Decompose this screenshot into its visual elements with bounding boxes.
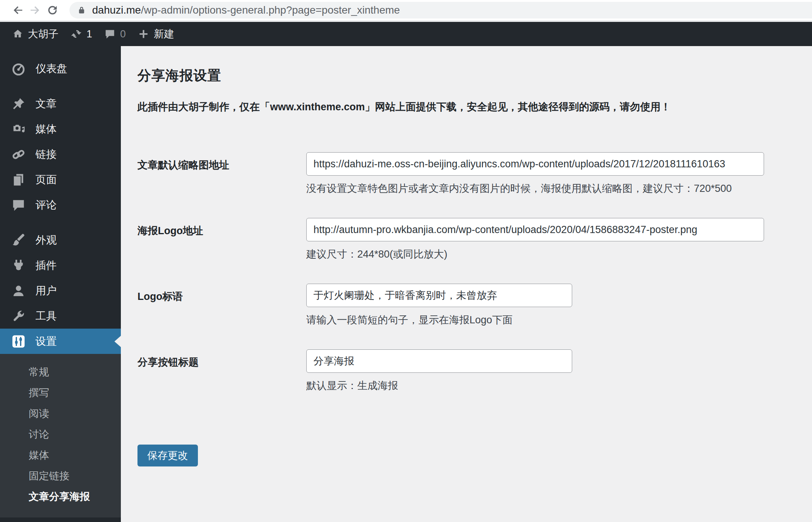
sidebar-item-label: 外观 (36, 233, 57, 247)
field-label: 海报Logo地址 (137, 218, 306, 261)
sidebar-item-posts[interactable]: 文章 (0, 91, 121, 116)
comment-icon (11, 198, 26, 212)
plugin-notice: 此插件由大胡子制作，仅在「www.xintheme.com」网站上面提供下载，安… (137, 100, 797, 114)
sidebar-item-label: 设置 (36, 334, 57, 349)
forward-button[interactable] (26, 2, 44, 19)
sidebar-item-label: 插件 (36, 258, 57, 273)
sidebar-item-dashboard[interactable]: 仪表盘 (0, 56, 121, 81)
submenu-item-media[interactable]: 媒体 (0, 445, 121, 465)
sidebar-item-label: 文章 (36, 97, 57, 111)
posts-pin-icon (11, 97, 26, 111)
submenu-item-writing[interactable]: 撰写 (0, 382, 121, 403)
settings-submenu: 常规 撰写 阅读 讨论 媒体 固定链接 文章分享海报 (0, 354, 121, 517)
reload-icon (46, 4, 59, 16)
admin-bar-new[interactable]: 新建 (132, 22, 180, 46)
submenu-item-reading[interactable]: 阅读 (0, 403, 121, 424)
updates-count: 1 (86, 28, 92, 40)
field-label: 文章默认缩略图地址 (137, 152, 306, 195)
appearance-icon (11, 233, 26, 247)
save-button[interactable]: 保存更改 (137, 445, 198, 466)
links-icon (11, 147, 26, 162)
field-help: 没有设置文章特色图片或者文章内没有图片的时候，海报使用默认缩略图，建议尺寸：72… (306, 182, 764, 195)
wp-admin-bar: 大胡子 1 0 新建 (0, 22, 812, 46)
back-icon (12, 4, 24, 16)
logo-url-input[interactable] (306, 218, 764, 241)
form-row-logo-url: 海报Logo地址 建议尺寸：244*80(或同比放大) (137, 218, 797, 261)
settings-page: 分享海报设置 此插件由大胡子制作，仅在「www.xintheme.com」网站上… (121, 46, 812, 522)
page-title: 分享海报设置 (137, 66, 797, 85)
sidebar-item-comments[interactable]: 评论 (0, 192, 121, 218)
logo-slogan-input[interactable] (306, 284, 572, 307)
plus-icon (138, 28, 149, 40)
forward-icon (29, 4, 41, 16)
comments-icon (104, 28, 116, 40)
plugins-icon (11, 258, 26, 273)
submenu-item-permalinks[interactable]: 固定链接 (0, 465, 121, 486)
poster-settings-form: 文章默认缩略图地址 没有设置文章特色图片或者文章内没有图片的时候，海报使用默认缩… (137, 152, 797, 466)
sidebar-item-label: 仪表盘 (36, 62, 67, 76)
sidebar-item-label: 工具 (36, 309, 57, 323)
update-icon (71, 28, 82, 40)
back-button[interactable] (9, 2, 26, 19)
sidebar-item-appearance[interactable]: 外观 (0, 227, 121, 253)
sidebar-item-label: 链接 (36, 147, 57, 162)
form-row-share-button-title: 分享按钮标题 默认显示：生成海报 (137, 349, 797, 392)
field-label: Logo标语 (137, 284, 306, 327)
tools-icon (11, 309, 26, 323)
sidebar-item-links[interactable]: 链接 (0, 142, 121, 167)
site-name: 大胡子 (28, 27, 59, 41)
address-bar[interactable]: dahuzi.me/wp-admin/options-general.php?p… (69, 2, 812, 19)
sidebar-item-settings[interactable]: 设置 (0, 329, 121, 354)
home-icon (12, 28, 23, 40)
sidebar-item-tools[interactable]: 工具 (0, 303, 121, 329)
lock-icon (77, 6, 86, 15)
form-row-logo-slogan: Logo标语 请输入一段简短的句子，显示在海报Logo下面 (137, 284, 797, 327)
reload-button[interactable] (44, 2, 61, 19)
submenu-item-discussion[interactable]: 讨论 (0, 424, 121, 445)
admin-bar-comments[interactable]: 0 (98, 22, 132, 46)
share-button-title-input[interactable] (306, 349, 572, 373)
field-help: 请输入一段简短的句子，显示在海报Logo下面 (306, 313, 572, 327)
comments-count: 0 (120, 28, 126, 40)
new-label: 新建 (154, 27, 174, 41)
sidebar-item-label: 媒体 (36, 122, 57, 136)
active-menu-arrow (114, 336, 121, 347)
field-label: 分享按钮标题 (137, 349, 306, 392)
sidebar-item-label: 评论 (36, 198, 57, 212)
sidebar-item-plugins[interactable]: 插件 (0, 253, 121, 278)
users-icon (11, 284, 26, 298)
form-row-thumbnail-url: 文章默认缩略图地址 没有设置文章特色图片或者文章内没有图片的时候，海报使用默认缩… (137, 152, 797, 195)
browser-toolbar: dahuzi.me/wp-admin/options-general.php?p… (0, 0, 812, 22)
submenu-item-general[interactable]: 常规 (0, 361, 121, 382)
media-icon (11, 122, 26, 136)
sidebar-item-users[interactable]: 用户 (0, 278, 121, 303)
url-path: /wp-admin/options-general.php?page=poste… (141, 4, 400, 16)
field-help: 建议尺寸：244*80(或同比放大) (306, 247, 764, 261)
field-help: 默认显示：生成海报 (306, 379, 572, 392)
sidebar-item-pages[interactable]: 页面 (0, 167, 121, 192)
sidebar-item-label: 页面 (36, 173, 57, 187)
submenu-item-poster[interactable]: 文章分享海报 (0, 486, 121, 507)
thumbnail-url-input[interactable] (306, 152, 764, 176)
admin-bar-updates[interactable]: 1 (65, 22, 98, 46)
settings-icon (11, 334, 26, 349)
dashboard-icon (11, 62, 26, 76)
pages-icon (11, 173, 26, 187)
admin-bar-site-link[interactable]: 大胡子 (6, 22, 65, 46)
sidebar-item-media[interactable]: 媒体 (0, 116, 121, 142)
sidebar-item-label: 用户 (36, 284, 57, 298)
url-host: dahuzi.me (92, 4, 141, 16)
admin-sidebar: 仪表盘 文章 媒体 链接 页面 评论 (0, 46, 121, 522)
